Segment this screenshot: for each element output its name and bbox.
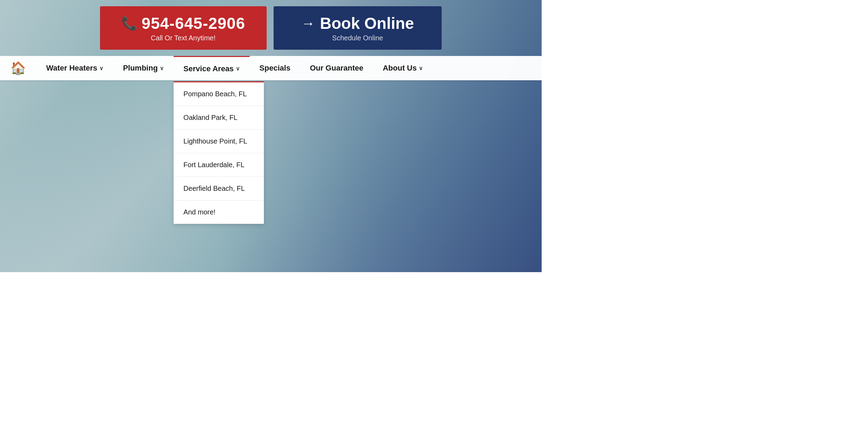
book-subtext: Schedule Online — [332, 34, 383, 42]
nav-item-water-heaters[interactable]: Water Heaters ∨ — [36, 56, 113, 80]
dropdown-item-pompano[interactable]: Pompano Beach, FL — [174, 82, 264, 106]
book-title: Book Online — [320, 14, 414, 33]
nav-item-about-us[interactable]: About Us ∨ — [373, 56, 433, 80]
dropdown-item-and-more[interactable]: And more! — [174, 201, 264, 224]
nav-label-our-guarantee: Our Guarantee — [310, 64, 363, 73]
nav-label-about-us: About Us — [383, 64, 417, 73]
chevron-down-icon: ∨ — [419, 65, 423, 72]
hero-content — [0, 80, 542, 254]
nav-item-plumbing[interactable]: Plumbing ∨ — [113, 56, 174, 80]
nav-item-specials[interactable]: Specials — [250, 56, 300, 80]
dropdown-item-lighthouse[interactable]: Lighthouse Point, FL — [174, 130, 264, 153]
nav-items: Water Heaters ∨ Plumbing ∨ Service Areas… — [36, 56, 531, 80]
book-online-button[interactable]: → Book Online Schedule Online — [274, 6, 442, 50]
arrow-icon: → — [301, 16, 315, 31]
nav-label-service-areas: Service Areas — [183, 64, 234, 73]
home-icon[interactable]: 🏠 — [10, 61, 26, 75]
nav-label-plumbing: Plumbing — [123, 64, 158, 73]
nav-label-water-heaters: Water Heaters — [46, 64, 97, 73]
book-row: → Book Online — [301, 14, 414, 33]
phone-row: 📞 954-645-2906 — [121, 14, 245, 33]
nav-item-our-guarantee[interactable]: Our Guarantee — [300, 56, 373, 80]
dropdown-item-deerfield[interactable]: Deerfield Beach, FL — [174, 177, 264, 201]
nav-label-specials: Specials — [259, 64, 290, 73]
phone-subtext: Call Or Text Anytime! — [151, 34, 215, 42]
nav-item-service-areas[interactable]: Service Areas ∨ Pompano Beach, FL Oaklan… — [174, 56, 250, 80]
service-areas-dropdown: Pompano Beach, FL Oakland Park, FL Light… — [174, 81, 264, 224]
navbar: 🏠 Water Heaters ∨ Plumbing ∨ Service Are… — [0, 56, 542, 80]
phone-icon: 📞 — [121, 16, 137, 31]
page-wrapper: 📞 954-645-2906 Call Or Text Anytime! → B… — [0, 0, 542, 254]
header-top: 📞 954-645-2906 Call Or Text Anytime! → B… — [0, 0, 542, 56]
phone-button[interactable]: 📞 954-645-2906 Call Or Text Anytime! — [100, 6, 267, 50]
chevron-down-icon: ∨ — [99, 65, 103, 72]
dropdown-item-fort-lauderdale[interactable]: Fort Lauderdale, FL — [174, 153, 264, 177]
dropdown-item-oakland[interactable]: Oakland Park, FL — [174, 106, 264, 130]
chevron-down-icon: ∨ — [160, 65, 164, 72]
chevron-down-icon: ∨ — [236, 65, 240, 72]
phone-number: 954-645-2906 — [142, 14, 245, 33]
